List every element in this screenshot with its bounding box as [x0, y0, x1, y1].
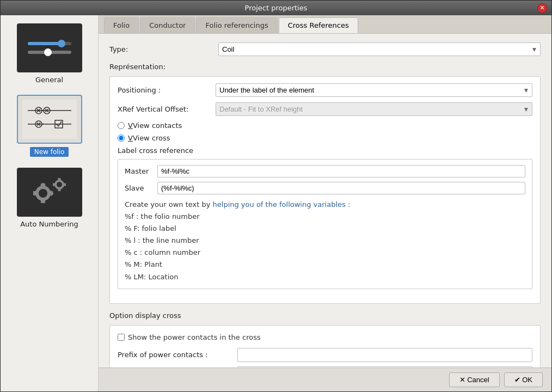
- positioning-label: Positioning :: [118, 86, 216, 94]
- label-cross-ref-section: Label cross reference Master Slave: [118, 146, 532, 289]
- svg-rect-31: [53, 183, 56, 186]
- view-cross-row: VView cross: [118, 134, 532, 142]
- positioning-row: Positioning : Under the label of the ele…: [118, 83, 532, 97]
- svg-point-20: [39, 189, 47, 198]
- master-row: Master: [125, 165, 525, 177]
- tab-folio[interactable]: Folio: [104, 17, 139, 33]
- new-folio-icon: [17, 95, 82, 144]
- sidebar-item-general[interactable]: General: [11, 23, 88, 84]
- tab-conductor[interactable]: Conductor: [140, 17, 195, 33]
- xref-offset-select-wrapper: Default - Fit to XRef height: [216, 102, 532, 116]
- view-contacts-label[interactable]: VView contacts: [128, 121, 182, 130]
- positioning-select-wrapper: Under the label of the element Above the…: [216, 83, 532, 97]
- help-text: Create your own text by helping you of t…: [125, 199, 525, 283]
- option-display-cross-section: Option display cross Show the power cont…: [109, 311, 541, 367]
- option-display-cross-box: Show the power contacts in the cross Pre…: [109, 325, 541, 367]
- svg-rect-30: [58, 188, 60, 191]
- sidebar-item-general-label: General: [35, 76, 63, 84]
- svg-point-28: [57, 182, 62, 187]
- type-row: Type: Coil Contact Relay: [109, 42, 541, 56]
- sidebar-item-new-folio-label: New folio: [30, 147, 69, 157]
- type-select-wrapper: Coil Contact Relay: [218, 42, 541, 56]
- xref-offset-row: XRef Vertical Offset: Default - Fit to X…: [118, 102, 532, 116]
- tab-bar: Folio Conductor Folio referencings Cross…: [99, 15, 551, 34]
- general-icon: [17, 23, 82, 72]
- auto-numbering-icon: [17, 168, 82, 217]
- representation-label: Représentation:: [109, 63, 541, 71]
- label-cross-ref-box: Master Slave Create your own text by hel…: [118, 159, 532, 289]
- view-contacts-row: VView contacts: [118, 121, 532, 130]
- gears-icon: [22, 173, 77, 212]
- master-label: Master: [125, 167, 157, 175]
- ok-button[interactable]: ✔ OK: [504, 372, 543, 387]
- cross-references-content: Type: Coil Contact Relay Représentation:: [99, 34, 551, 367]
- sidebar-item-new-folio[interactable]: New folio: [11, 95, 88, 157]
- svg-rect-22: [41, 199, 45, 203]
- show-power-contacts-row: Show the power contacts in the cross: [118, 333, 532, 341]
- help-link[interactable]: helping you of the following variables :: [213, 200, 351, 209]
- label-cross-ref-title: Label cross reference: [118, 146, 532, 155]
- sidebar-item-auto-numbering[interactable]: Auto Numbering: [11, 168, 88, 228]
- titlebar: Project properties ✕: [1, 1, 551, 15]
- svg-rect-32: [63, 183, 66, 186]
- new-folio-schematic: [22, 100, 77, 139]
- cancel-button[interactable]: ✕ Cancel: [449, 372, 500, 387]
- sidebar: General: [1, 15, 99, 391]
- tab-folio-referencings[interactable]: Folio referencings: [196, 17, 277, 33]
- svg-rect-29: [58, 178, 60, 181]
- tab-cross-references[interactable]: Cross References: [279, 17, 358, 33]
- type-label: Type:: [109, 45, 218, 53]
- positioning-select[interactable]: Under the label of the element Above the…: [216, 83, 532, 97]
- slave-label: Slave: [125, 184, 157, 192]
- view-contacts-radio[interactable]: [118, 122, 125, 129]
- xref-offset-select[interactable]: Default - Fit to XRef height: [216, 102, 532, 116]
- show-power-contacts-label[interactable]: Show the power contacts in the cross: [128, 333, 261, 341]
- option-display-cross-title: Option display cross: [109, 311, 541, 320]
- sidebar-item-auto-numbering-label: Auto Numbering: [20, 220, 78, 228]
- prefix-power-label: Prefix of power contacts :: [118, 351, 237, 359]
- slave-row: Slave: [125, 182, 525, 194]
- master-input[interactable]: [157, 165, 525, 177]
- main-panel: Folio Conductor Folio referencings Cross…: [99, 15, 551, 391]
- view-cross-label[interactable]: VView cross: [128, 134, 170, 142]
- svg-rect-0: [22, 100, 77, 139]
- xref-offset-label: XRef Vertical Offset:: [118, 105, 216, 113]
- footer: ✕ Cancel ✔ OK: [99, 367, 551, 391]
- prefix-power-input[interactable]: [237, 348, 532, 362]
- view-cross-radio[interactable]: [118, 134, 125, 142]
- titlebar-title: Project properties: [245, 4, 308, 12]
- show-power-contacts-checkbox[interactable]: [118, 334, 125, 341]
- close-button[interactable]: ✕: [537, 3, 547, 13]
- representation-box: Positioning : Under the label of the ele…: [109, 76, 541, 304]
- type-select[interactable]: Coil Contact Relay: [218, 42, 541, 56]
- svg-rect-23: [33, 191, 38, 195]
- representation-section: Représentation: Positioning : Under the …: [109, 63, 541, 304]
- prefix-power-row: Prefix of power contacts :: [118, 348, 532, 362]
- project-properties-dialog: Project properties ✕ General: [0, 0, 552, 392]
- slave-input[interactable]: [157, 182, 525, 194]
